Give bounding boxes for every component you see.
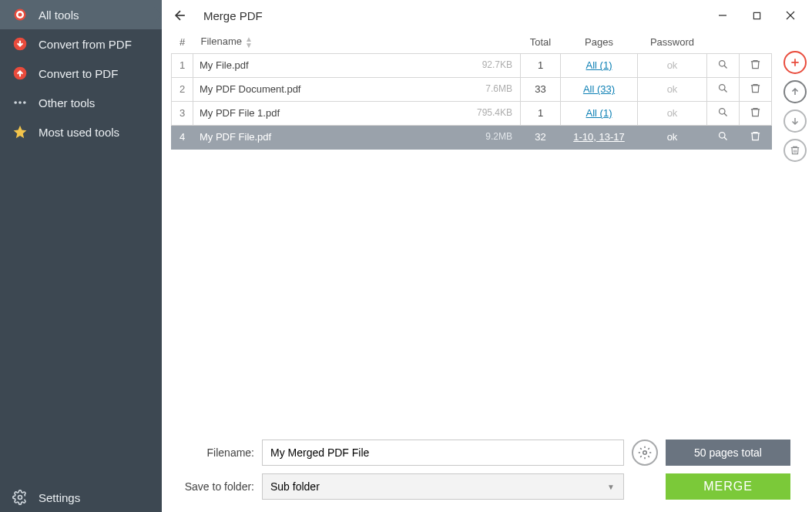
row-password: ok xyxy=(638,125,707,149)
table-row[interactable]: 3My PDF File 1.pdf795.4KB1All (1)ok xyxy=(172,101,772,125)
row-total: 1 xyxy=(521,101,561,125)
arrow-down-icon xyxy=(12,36,28,52)
sidebar-item-most-used-tools[interactable]: Most used tools xyxy=(0,117,162,147)
window-minimize-button[interactable] xyxy=(706,0,740,31)
saveto-label: Save to folder: xyxy=(171,480,254,493)
preview-button[interactable] xyxy=(707,125,740,149)
sidebar-item-other-tools[interactable]: Other tools xyxy=(0,88,162,117)
row-password: ok xyxy=(638,77,707,101)
svg-line-20 xyxy=(724,137,726,140)
file-table: # Filename▲▼ Total Pages Password 1My Fi… xyxy=(171,31,772,150)
row-pages-link[interactable]: All (33) xyxy=(561,77,638,101)
svg-point-13 xyxy=(720,60,726,66)
footer: Filename: 50 pages total Save to folder:… xyxy=(162,433,812,512)
star-icon xyxy=(12,124,28,140)
row-password: ok xyxy=(638,53,707,77)
gear-icon xyxy=(12,490,28,505)
row-index: 4 xyxy=(172,125,193,149)
delete-row-button[interactable] xyxy=(740,53,772,77)
svg-point-19 xyxy=(720,132,726,138)
sidebar-item-label: Convert to PDF xyxy=(39,67,118,80)
sidebar-item-convert-to-pdf[interactable]: Convert to PDF xyxy=(0,59,162,88)
svg-point-2 xyxy=(18,13,22,17)
merge-button[interactable]: MERGE xyxy=(666,473,790,500)
preview-button[interactable] xyxy=(707,101,740,125)
table-row[interactable]: 1My File.pdf92.7KB1All (1)ok xyxy=(172,53,772,77)
arrow-up-icon xyxy=(12,66,28,81)
sidebar-settings-label: Settings xyxy=(39,491,80,504)
sidebar-item-label: Most used tools xyxy=(39,126,119,139)
row-total: 32 xyxy=(521,125,561,149)
preview-button[interactable] xyxy=(707,77,740,101)
row-total: 33 xyxy=(521,77,561,101)
remove-all-button[interactable] xyxy=(783,139,807,162)
row-filename: My File.pdf92.7KB xyxy=(193,53,521,77)
svg-line-18 xyxy=(724,113,726,116)
total-pages-badge: 50 pages total xyxy=(666,440,790,466)
dots-icon xyxy=(12,95,28,110)
col-password[interactable]: Password xyxy=(638,31,707,53)
svg-point-25 xyxy=(643,451,647,455)
svg-point-6 xyxy=(18,101,22,104)
row-pages-link[interactable]: All (1) xyxy=(561,53,638,77)
side-actions xyxy=(778,31,812,433)
delete-row-button[interactable] xyxy=(740,125,772,149)
move-up-button[interactable] xyxy=(783,80,807,103)
svg-line-14 xyxy=(724,66,726,68)
row-index: 1 xyxy=(172,53,193,77)
svg-point-5 xyxy=(14,101,17,104)
delete-row-button[interactable] xyxy=(740,77,772,101)
svg-line-16 xyxy=(724,89,726,92)
row-filename: My PDF File 1.pdf795.4KB xyxy=(193,101,521,125)
target-icon xyxy=(12,7,28,22)
sidebar-item-label: Convert from PDF xyxy=(39,38,132,51)
svg-rect-10 xyxy=(753,12,760,19)
table-row[interactable]: 4My PDF File.pdf9.2MB321-10, 13-17ok xyxy=(172,125,772,149)
page-title: Merge PDF xyxy=(203,9,263,22)
row-password: ok xyxy=(638,101,707,125)
move-down-button[interactable] xyxy=(783,109,807,133)
row-pages-link[interactable]: 1-10, 13-17 xyxy=(561,125,638,149)
col-index[interactable]: # xyxy=(172,31,193,53)
row-pages-link[interactable]: All (1) xyxy=(561,101,638,125)
output-filename-input[interactable] xyxy=(262,440,624,466)
window-close-button[interactable] xyxy=(773,0,807,31)
table-header-row: # Filename▲▼ Total Pages Password xyxy=(172,31,772,53)
row-filename: My PDF File.pdf9.2MB xyxy=(193,125,521,149)
col-pages[interactable]: Pages xyxy=(561,31,638,53)
save-folder-select[interactable] xyxy=(262,473,624,500)
sidebar-item-all-tools[interactable]: All tools xyxy=(0,0,162,29)
back-button[interactable] xyxy=(166,8,194,23)
row-filesize: 7.6MB xyxy=(485,83,512,94)
titlebar: Merge PDF xyxy=(162,0,812,31)
sort-icon: ▲▼ xyxy=(245,36,253,49)
svg-point-8 xyxy=(18,496,22,500)
row-filename: My PDF Document.pdf7.6MB xyxy=(193,77,521,101)
add-file-button[interactable] xyxy=(783,51,807,74)
svg-point-17 xyxy=(720,108,726,114)
row-filesize: 9.2MB xyxy=(485,131,512,142)
filename-label: Filename: xyxy=(171,446,254,459)
col-filename[interactable]: Filename▲▼ xyxy=(193,31,521,53)
row-filesize: 795.4KB xyxy=(477,107,512,118)
row-index: 2 xyxy=(172,77,193,101)
row-total: 1 xyxy=(521,53,561,77)
table-row[interactable]: 2My PDF Document.pdf7.6MB33All (33)ok xyxy=(172,77,772,101)
main-panel: Merge PDF # Filename▲▼ Total xyxy=(162,0,812,512)
row-index: 3 xyxy=(172,101,193,125)
window-maximize-button[interactable] xyxy=(740,0,773,31)
col-total[interactable]: Total xyxy=(521,31,561,53)
row-filesize: 92.7KB xyxy=(482,59,512,70)
sidebar: All toolsConvert from PDFConvert to PDFO… xyxy=(0,0,162,512)
sidebar-item-label: Other tools xyxy=(39,96,95,109)
delete-row-button[interactable] xyxy=(740,101,772,125)
sidebar-settings[interactable]: Settings xyxy=(0,483,162,512)
filename-settings-button[interactable] xyxy=(632,440,658,466)
svg-point-7 xyxy=(23,101,26,104)
sidebar-item-convert-from-pdf[interactable]: Convert from PDF xyxy=(0,29,162,59)
svg-point-15 xyxy=(720,84,726,90)
preview-button[interactable] xyxy=(707,53,740,77)
sidebar-item-label: All tools xyxy=(39,8,79,22)
